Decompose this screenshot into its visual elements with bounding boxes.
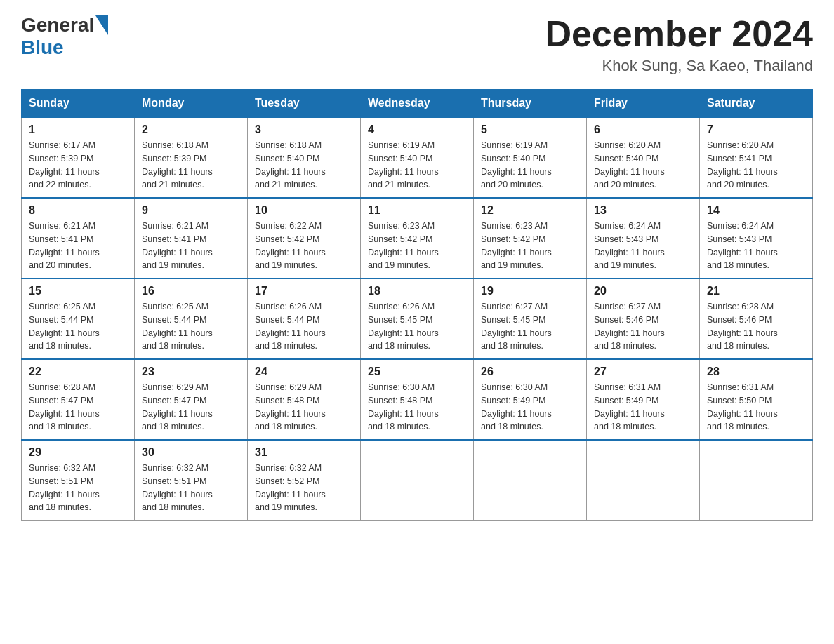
calendar-header-sunday: Sunday [22,90,135,118]
calendar-cell: 4Sunrise: 6:19 AMSunset: 5:40 PMDaylight… [361,117,474,198]
day-info: Sunrise: 6:26 AMSunset: 5:45 PMDaylight:… [368,300,466,353]
calendar-header-friday: Friday [587,90,700,118]
calendar-cell: 5Sunrise: 6:19 AMSunset: 5:40 PMDaylight… [474,117,587,198]
calendar-cell: 25Sunrise: 6:30 AMSunset: 5:48 PMDayligh… [361,359,474,440]
day-info: Sunrise: 6:20 AMSunset: 5:41 PMDaylight:… [707,139,805,192]
day-info: Sunrise: 6:28 AMSunset: 5:47 PMDaylight:… [29,381,127,434]
day-number: 3 [255,123,353,136]
calendar-cell: 9Sunrise: 6:21 AMSunset: 5:41 PMDaylight… [135,198,248,279]
calendar-cell: 29Sunrise: 6:32 AMSunset: 5:51 PMDayligh… [22,440,135,521]
logo-general-text: General [21,14,94,36]
calendar-header-wednesday: Wednesday [361,90,474,118]
day-number: 2 [142,123,240,136]
calendar-cell: 17Sunrise: 6:26 AMSunset: 5:44 PMDayligh… [248,279,361,359]
calendar-header-tuesday: Tuesday [248,90,361,118]
calendar-header-monday: Monday [135,90,248,118]
day-number: 6 [594,123,692,136]
day-info: Sunrise: 6:22 AMSunset: 5:42 PMDaylight:… [255,220,353,272]
day-info: Sunrise: 6:25 AMSunset: 5:44 PMDaylight:… [142,300,240,353]
day-number: 19 [481,285,579,297]
day-info: Sunrise: 6:32 AMSunset: 5:51 PMDaylight:… [142,462,240,514]
day-number: 1 [29,123,127,136]
day-info: Sunrise: 6:19 AMSunset: 5:40 PMDaylight:… [481,139,579,192]
day-info: Sunrise: 6:19 AMSunset: 5:40 PMDaylight:… [368,139,466,192]
day-info: Sunrise: 6:27 AMSunset: 5:45 PMDaylight:… [481,300,579,353]
day-number: 15 [29,285,127,297]
day-number: 27 [594,365,692,378]
calendar-cell: 16Sunrise: 6:25 AMSunset: 5:44 PMDayligh… [135,279,248,359]
day-number: 13 [594,204,692,217]
calendar-cell: 20Sunrise: 6:27 AMSunset: 5:46 PMDayligh… [587,279,700,359]
title-area: December 2024 Khok Sung, Sa Kaeo, Thaila… [545,14,813,75]
day-info: Sunrise: 6:30 AMSunset: 5:48 PMDaylight:… [368,381,466,434]
day-number: 20 [594,285,692,297]
day-info: Sunrise: 6:21 AMSunset: 5:41 PMDaylight:… [29,220,127,272]
day-info: Sunrise: 6:31 AMSunset: 5:50 PMDaylight:… [707,381,805,434]
day-number: 7 [707,123,805,136]
day-number: 17 [255,285,353,297]
calendar-cell: 1Sunrise: 6:17 AMSunset: 5:39 PMDaylight… [22,117,135,198]
location-subtitle: Khok Sung, Sa Kaeo, Thailand [545,57,813,75]
day-number: 31 [255,446,353,459]
calendar-header-thursday: Thursday [474,90,587,118]
calendar-week-row: 15Sunrise: 6:25 AMSunset: 5:44 PMDayligh… [22,279,813,359]
day-number: 14 [707,204,805,217]
calendar-cell: 22Sunrise: 6:28 AMSunset: 5:47 PMDayligh… [22,359,135,440]
calendar-cell: 26Sunrise: 6:30 AMSunset: 5:49 PMDayligh… [474,359,587,440]
day-info: Sunrise: 6:18 AMSunset: 5:40 PMDaylight:… [255,139,353,192]
calendar-cell: 19Sunrise: 6:27 AMSunset: 5:45 PMDayligh… [474,279,587,359]
calendar-cell: 21Sunrise: 6:28 AMSunset: 5:46 PMDayligh… [700,279,813,359]
calendar-cell: 14Sunrise: 6:24 AMSunset: 5:43 PMDayligh… [700,198,813,279]
day-info: Sunrise: 6:29 AMSunset: 5:47 PMDaylight:… [142,381,240,434]
day-number: 26 [481,365,579,378]
day-info: Sunrise: 6:31 AMSunset: 5:49 PMDaylight:… [594,381,692,434]
day-info: Sunrise: 6:23 AMSunset: 5:42 PMDaylight:… [481,220,579,272]
page-header: General Blue December 2024 Khok Sung, Sa… [21,14,813,75]
day-number: 5 [481,123,579,136]
calendar-cell: 28Sunrise: 6:31 AMSunset: 5:50 PMDayligh… [700,359,813,440]
calendar-cell: 27Sunrise: 6:31 AMSunset: 5:49 PMDayligh… [587,359,700,440]
day-info: Sunrise: 6:24 AMSunset: 5:43 PMDaylight:… [594,220,692,272]
day-number: 4 [368,123,466,136]
day-number: 28 [707,365,805,378]
day-number: 12 [481,204,579,217]
day-info: Sunrise: 6:27 AMSunset: 5:46 PMDaylight:… [594,300,692,353]
day-info: Sunrise: 6:21 AMSunset: 5:41 PMDaylight:… [142,220,240,272]
logo-triangle-icon [95,15,108,35]
day-number: 18 [368,285,466,297]
calendar-cell: 18Sunrise: 6:26 AMSunset: 5:45 PMDayligh… [361,279,474,359]
calendar-cell [587,440,700,521]
calendar-cell: 8Sunrise: 6:21 AMSunset: 5:41 PMDaylight… [22,198,135,279]
calendar-header-row: SundayMondayTuesdayWednesdayThursdayFrid… [22,90,813,118]
day-number: 30 [142,446,240,459]
calendar-table: SundayMondayTuesdayWednesdayThursdayFrid… [21,89,813,521]
calendar-cell: 11Sunrise: 6:23 AMSunset: 5:42 PMDayligh… [361,198,474,279]
day-info: Sunrise: 6:17 AMSunset: 5:39 PMDaylight:… [29,139,127,192]
day-info: Sunrise: 6:28 AMSunset: 5:46 PMDaylight:… [707,300,805,353]
calendar-cell: 7Sunrise: 6:20 AMSunset: 5:41 PMDaylight… [700,117,813,198]
calendar-cell: 6Sunrise: 6:20 AMSunset: 5:40 PMDaylight… [587,117,700,198]
logo-blue-text: Blue [21,36,64,59]
calendar-week-row: 1Sunrise: 6:17 AMSunset: 5:39 PMDaylight… [22,117,813,198]
day-number: 23 [142,365,240,378]
calendar-week-row: 22Sunrise: 6:28 AMSunset: 5:47 PMDayligh… [22,359,813,440]
calendar-cell [474,440,587,521]
day-info: Sunrise: 6:32 AMSunset: 5:52 PMDaylight:… [255,462,353,514]
month-year-title: December 2024 [545,14,813,54]
calendar-cell: 24Sunrise: 6:29 AMSunset: 5:48 PMDayligh… [248,359,361,440]
calendar-cell [361,440,474,521]
calendar-cell: 15Sunrise: 6:25 AMSunset: 5:44 PMDayligh… [22,279,135,359]
day-number: 24 [255,365,353,378]
calendar-header-saturday: Saturday [700,90,813,118]
day-number: 9 [142,204,240,217]
day-number: 16 [142,285,240,297]
calendar-cell: 13Sunrise: 6:24 AMSunset: 5:43 PMDayligh… [587,198,700,279]
day-info: Sunrise: 6:32 AMSunset: 5:51 PMDaylight:… [29,462,127,514]
day-info: Sunrise: 6:18 AMSunset: 5:39 PMDaylight:… [142,139,240,192]
day-number: 29 [29,446,127,459]
day-info: Sunrise: 6:29 AMSunset: 5:48 PMDaylight:… [255,381,353,434]
calendar-cell: 10Sunrise: 6:22 AMSunset: 5:42 PMDayligh… [248,198,361,279]
calendar-cell: 23Sunrise: 6:29 AMSunset: 5:47 PMDayligh… [135,359,248,440]
day-number: 11 [368,204,466,217]
calendar-cell: 31Sunrise: 6:32 AMSunset: 5:52 PMDayligh… [248,440,361,521]
